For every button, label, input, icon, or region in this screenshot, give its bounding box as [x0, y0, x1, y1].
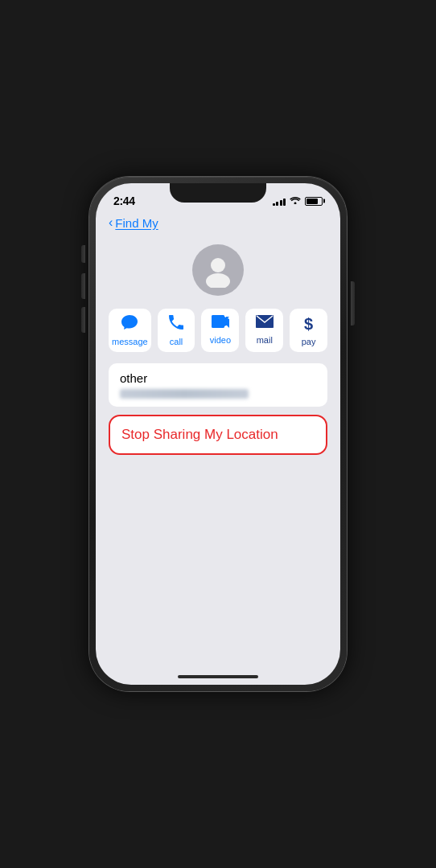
- message-label: message: [112, 337, 148, 346]
- pay-icon: $: [304, 315, 313, 334]
- info-type-label: other: [120, 371, 147, 385]
- mail-icon: [256, 315, 274, 332]
- phone-frame: 2:44: [89, 177, 347, 691]
- stop-sharing-section: Stop Sharing My Location: [109, 415, 327, 455]
- info-blurred-value: [120, 389, 249, 399]
- video-button[interactable]: video: [201, 309, 239, 352]
- power-button[interactable]: [351, 281, 355, 326]
- mail-button[interactable]: mail: [245, 309, 283, 352]
- pay-button[interactable]: $ pay: [290, 309, 327, 352]
- phone-screen: 2:44: [96, 183, 340, 685]
- info-type-row: other: [109, 363, 327, 407]
- battery-icon: [305, 197, 323, 206]
- video-icon: [212, 315, 229, 332]
- back-label: Find My: [115, 216, 158, 230]
- call-label: call: [170, 337, 183, 346]
- message-icon: [121, 315, 138, 334]
- pay-label: pay: [302, 337, 316, 346]
- signal-icon: [273, 197, 286, 206]
- mail-label: mail: [257, 335, 273, 345]
- volume-up-button[interactable]: [81, 273, 85, 299]
- phone-icon: [169, 315, 183, 334]
- action-buttons-row: message call: [109, 309, 327, 352]
- volume-down-button[interactable]: [81, 307, 85, 333]
- avatar-icon: [200, 252, 236, 288]
- wifi-icon: [290, 195, 301, 207]
- status-time: 2:44: [113, 194, 135, 207]
- video-label: video: [210, 335, 231, 345]
- stop-sharing-button[interactable]: Stop Sharing My Location: [110, 416, 326, 453]
- mute-button[interactable]: [81, 245, 85, 263]
- notch: [170, 183, 266, 203]
- avatar-container: [109, 236, 327, 309]
- message-button[interactable]: message: [109, 309, 151, 352]
- status-icons: [273, 195, 323, 207]
- chevron-left-icon: ‹: [109, 215, 113, 230]
- call-button[interactable]: call: [158, 309, 195, 352]
- main-content: message call: [96, 236, 340, 455]
- back-button[interactable]: ‹ Find My: [109, 215, 327, 230]
- home-indicator[interactable]: [178, 675, 258, 678]
- navigation-bar: ‹ Find My: [96, 212, 340, 236]
- contact-info-section: other: [109, 363, 327, 407]
- svg-point-1: [206, 273, 230, 288]
- avatar: [192, 244, 244, 296]
- svg-point-0: [211, 258, 225, 272]
